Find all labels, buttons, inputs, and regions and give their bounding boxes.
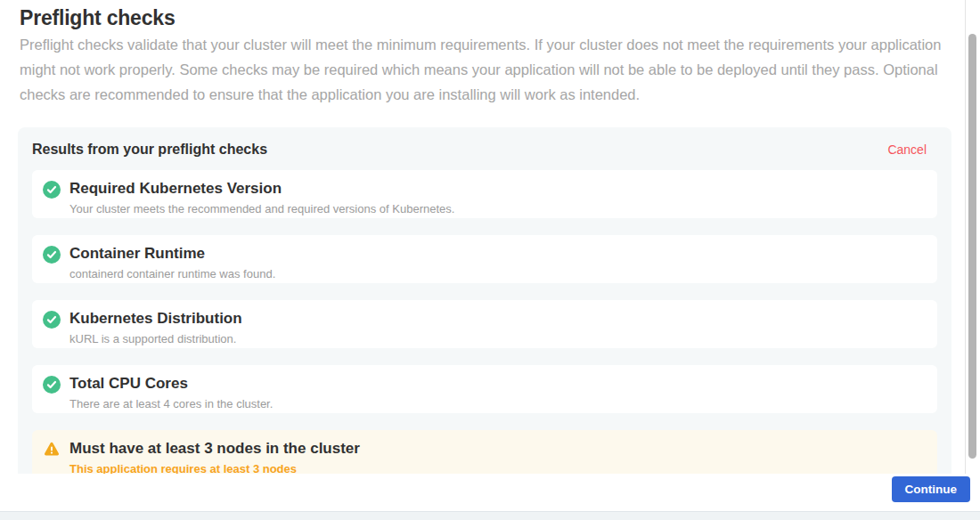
check-title: Required Kubernetes Version bbox=[69, 179, 454, 198]
bottom-strip bbox=[0, 511, 980, 520]
check-title: Kubernetes Distribution bbox=[69, 309, 242, 328]
cancel-link[interactable]: Cancel bbox=[887, 142, 927, 157]
check-circle-icon bbox=[43, 376, 61, 394]
check-circle-icon bbox=[43, 311, 61, 329]
page-title: Preflight checks bbox=[20, 6, 175, 30]
panel-header: Results from your preflight checks Cance… bbox=[32, 142, 927, 158]
check-title: Must have at least 3 nodes in the cluste… bbox=[69, 439, 360, 458]
check-message: Your cluster meets the recommended and r… bbox=[69, 202, 454, 215]
preflight-check-row: Required Kubernetes Version Your cluster… bbox=[32, 170, 937, 218]
preflight-check-row: Must have at least 3 nodes in the cluste… bbox=[32, 430, 937, 478]
check-text: Kubernetes Distribution kURL is a suppor… bbox=[69, 308, 242, 345]
check-text: Required Kubernetes Version Your cluster… bbox=[69, 178, 454, 215]
scrollbar-track[interactable] bbox=[966, 0, 980, 474]
preflight-results-panel: Results from your preflight checks Cance… bbox=[18, 127, 951, 510]
preflight-check-row: Container Runtime containerd container r… bbox=[32, 235, 937, 283]
continue-button[interactable]: Continue bbox=[892, 476, 971, 502]
results-heading: Results from your preflight checks bbox=[32, 142, 267, 158]
check-circle-icon bbox=[43, 181, 61, 199]
check-text: Must have at least 3 nodes in the cluste… bbox=[69, 438, 360, 475]
check-title: Total CPU Cores bbox=[69, 374, 273, 393]
check-message: containerd container runtime was found. bbox=[69, 267, 275, 280]
check-text: Total CPU Cores There are at least 4 cor… bbox=[69, 373, 273, 410]
page-description: Preflight checks validate that your clus… bbox=[20, 32, 944, 107]
check-message: There are at least 4 cores in the cluste… bbox=[69, 397, 273, 410]
check-message: kURL is a supported distribution. bbox=[69, 332, 242, 345]
check-text: Container Runtime containerd container r… bbox=[69, 243, 275, 280]
warning-triangle-icon bbox=[43, 441, 61, 459]
check-title: Container Runtime bbox=[69, 244, 275, 263]
scrollbar-thumb[interactable] bbox=[968, 34, 976, 459]
check-circle-icon bbox=[43, 246, 61, 264]
footer-bar: Continue bbox=[0, 474, 980, 512]
preflight-check-row: Total CPU Cores There are at least 4 cor… bbox=[32, 365, 937, 413]
preflight-check-row: Kubernetes Distribution kURL is a suppor… bbox=[32, 300, 937, 348]
